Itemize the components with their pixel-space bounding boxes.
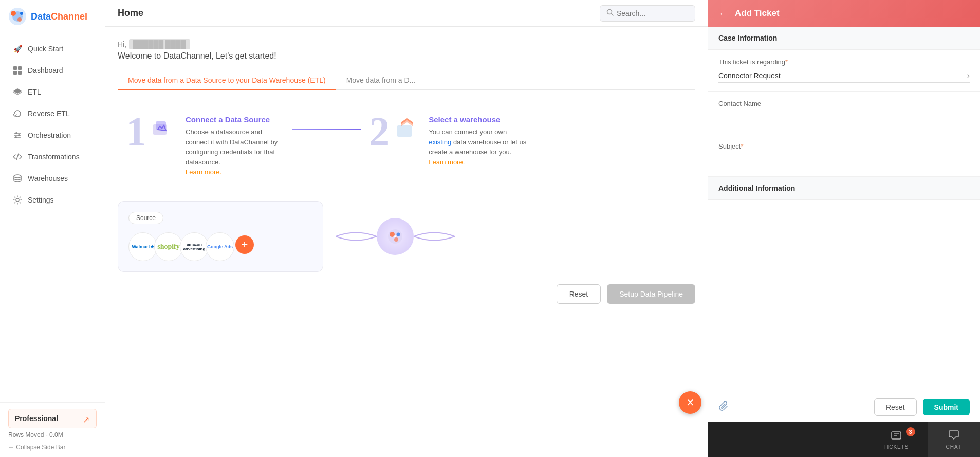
panel-reset-button[interactable]: Reset: [874, 398, 917, 416]
svg-point-19: [16, 198, 19, 202]
plan-badge: Professional ↗: [8, 409, 97, 428]
reset-button[interactable]: Reset: [557, 284, 601, 304]
svg-rect-7: [13, 71, 17, 75]
contact-name-field: Contact Name: [708, 92, 980, 134]
greeting-hi: Hi, ██████ ████: [118, 39, 695, 49]
greeting-text: Hi,: [118, 40, 126, 48]
step-2-link[interactable]: Learn more.: [429, 158, 465, 166]
plan-name: Professional: [15, 414, 58, 423]
sidebar-item-quick-start[interactable]: 🚀 Quick Start: [4, 39, 101, 59]
sidebar-navigation: 🚀 Quick Start Dashboard ETL Reverse ETL: [0, 33, 105, 402]
subject-field: Subject*: [708, 134, 980, 177]
required-indicator: *: [785, 58, 788, 66]
regarding-dropdown[interactable]: Connector Request ›: [718, 69, 970, 83]
step-1-illustration: 1: [126, 111, 177, 152]
required-indicator-2: *: [741, 142, 743, 150]
sidebar-item-dashboard[interactable]: Dashboard: [4, 60, 101, 81]
sidebar-item-label: Quick Start: [28, 45, 63, 53]
subject-label: Subject*: [718, 142, 970, 150]
svg-point-4: [17, 17, 22, 22]
rocket-icon: 🚀: [12, 44, 23, 54]
chat-action[interactable]: CHAT: [928, 422, 980, 457]
panel-header-title: Add Ticket: [735, 8, 780, 19]
step-1-link[interactable]: Learn more.: [186, 168, 221, 176]
search-input[interactable]: [617, 9, 689, 17]
bottom-actions: 3 TICKETS CHAT: [865, 422, 980, 457]
svg-rect-25: [397, 125, 412, 137]
search-icon: [606, 9, 614, 18]
tab-reverse-etl[interactable]: Move data from a D...: [336, 71, 426, 89]
collapse-sidebar-button[interactable]: ← Collapse Side Bar: [8, 444, 97, 451]
sidebar-item-label: Settings: [28, 196, 54, 204]
step-1-title: Connect a Data Source: [186, 115, 284, 124]
panel-header: ← Add Ticket: [708, 0, 980, 27]
back-button[interactable]: ←: [718, 8, 729, 20]
pipeline-tabs: Move data from a Data Source to your Dat…: [118, 71, 695, 90]
sidebar-logo: DataChannel: [0, 0, 105, 33]
shopify-logo: shopify: [154, 232, 183, 261]
flow-arrow-2: [414, 226, 455, 247]
panel-footer: Reset Submit: [708, 392, 980, 422]
sidebar-item-reverse-etl[interactable]: Reverse ETL: [4, 103, 101, 124]
sidebar-item-transformations[interactable]: Transformations: [4, 147, 101, 167]
source-card: Source Walmart★ shopify amazon advertisi…: [118, 201, 323, 272]
sidebar-item-warehouses[interactable]: Warehouses: [4, 168, 101, 189]
bottom-action-bar: 3 TICKETS CHAT: [708, 422, 980, 457]
step-1-desc: Choose a datasource and connect it with …: [186, 127, 284, 167]
sidebar-item-label: Dashboard: [28, 66, 63, 75]
top-bar: Home: [105, 0, 708, 27]
chevron-down-icon: ›: [967, 71, 970, 80]
sidebar-item-label: ETL: [28, 88, 41, 96]
step-1-number: 1: [126, 111, 146, 152]
sidebar-item-orchestration[interactable]: Orchestration: [4, 125, 101, 145]
attachment-icon[interactable]: [718, 401, 729, 414]
layers-icon: [12, 87, 23, 97]
main-content: Home Hi, ██████ ████ Welcome to DataChan…: [105, 0, 708, 457]
app-logo-icon: [8, 7, 27, 26]
additional-information-body: [708, 200, 980, 311]
tickets-badge: 3: [906, 427, 915, 436]
tickets-label: TICKETS: [883, 444, 909, 450]
setup-pipeline-button[interactable]: Setup Data Pipeline: [607, 284, 695, 304]
step-2-number: 2: [369, 111, 390, 152]
sidebar-bottom: Professional ↗ Rows Moved - 0.0M ← Colla…: [0, 402, 105, 457]
svg-point-30: [397, 233, 400, 236]
contact-name-input[interactable]: [718, 111, 970, 125]
svg-rect-6: [18, 66, 22, 70]
subject-input[interactable]: [718, 153, 970, 168]
amazon-logo: amazon advertising: [180, 232, 209, 261]
svg-point-18: [14, 175, 21, 178]
additional-info-textarea[interactable]: [718, 208, 970, 301]
step-2-desc: You can connect your own existing data w…: [429, 127, 527, 157]
page-title: Home: [118, 8, 600, 19]
external-link-icon[interactable]: ↗: [83, 415, 90, 422]
step-1-content: Connect a Data Source Choose a datasourc…: [186, 111, 284, 176]
panel-submit-button[interactable]: Submit: [923, 399, 970, 415]
add-source-button[interactable]: +: [235, 235, 254, 254]
regarding-label: This ticket is regarding*: [718, 58, 970, 66]
grid-icon: [12, 65, 23, 76]
sidebar-item-settings[interactable]: Settings: [4, 190, 101, 210]
sidebar-item-etl[interactable]: ETL: [4, 82, 101, 102]
svg-point-29: [390, 232, 395, 237]
sidebar-item-label: Transformations: [28, 153, 80, 161]
pipeline-section: Source Walmart★ shopify amazon advertisi…: [118, 201, 695, 272]
add-ticket-panel: ← Add Ticket Case Information This ticke…: [708, 0, 980, 457]
additional-information-section-header: Additional Information: [708, 177, 980, 200]
close-panel-button[interactable]: ✕: [679, 391, 701, 414]
sidebar: DataChannel 🚀 Quick Start Dashboard ETL: [0, 0, 105, 457]
tickets-action[interactable]: 3 TICKETS: [865, 422, 927, 457]
svg-point-32: [394, 235, 396, 237]
svg-point-31: [394, 237, 398, 242]
tickets-icon: [891, 429, 902, 443]
datachannel-node: [377, 218, 414, 255]
case-information-section-header: Case Information: [708, 27, 980, 50]
walmart-logo: Walmart★: [128, 232, 157, 261]
tab-etl[interactable]: Move data from a Data Source to your Dat…: [118, 71, 336, 90]
sidebar-item-label: Warehouses: [28, 174, 68, 182]
svg-point-14: [15, 132, 17, 134]
chat-label: CHAT: [946, 444, 961, 450]
svg-line-21: [612, 13, 614, 15]
chat-icon: [948, 429, 959, 443]
logo-data: Data: [31, 11, 51, 22]
